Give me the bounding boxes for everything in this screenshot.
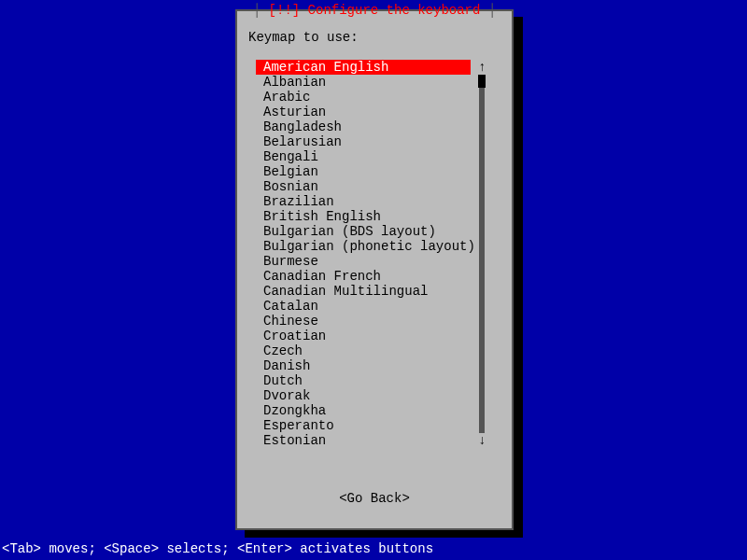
keymap-option[interactable]: Danish <box>256 358 497 373</box>
keymap-option[interactable]: Czech <box>256 343 497 358</box>
keymap-option[interactable]: Albanian <box>256 75 497 90</box>
keymap-option[interactable]: Esperanto <box>256 418 497 433</box>
configure-keyboard-dialog: ┤ [!!] Configure the keyboard ├ Keymap t… <box>235 9 514 530</box>
keymap-option[interactable]: Bulgarian (BDS layout) <box>256 224 497 239</box>
title-text: Configure the keyboard <box>300 3 480 18</box>
dialog-title: ┤ [!!] Configure the keyboard ├ <box>237 3 512 18</box>
keymap-option[interactable]: Chinese <box>256 314 497 329</box>
keymap-option[interactable]: American English <box>256 60 471 75</box>
keymap-option[interactable]: Bosnian <box>256 179 497 194</box>
keymap-option[interactable]: Burmese <box>256 254 497 269</box>
scroll-up-icon[interactable]: ↑ <box>478 60 487 75</box>
keymap-option[interactable]: Brazilian <box>256 194 497 209</box>
scrollbar[interactable]: ↑ ↓ <box>478 60 487 448</box>
title-prefix: ┤ <box>253 3 269 18</box>
keymap-option[interactable]: Bangladesh <box>256 119 497 134</box>
keymap-option[interactable]: Dvorak <box>256 388 497 403</box>
key-hint: <Tab> moves; <Space> selects; <Enter> ac… <box>0 541 433 556</box>
keymap-option[interactable]: Bulgarian (phonetic layout) <box>256 239 497 254</box>
keymap-option[interactable]: Asturian <box>256 105 497 119</box>
keymap-option[interactable]: Canadian Multilingual <box>256 284 497 299</box>
keymap-option[interactable]: Dutch <box>256 373 497 388</box>
title-marker: [!!] <box>269 3 301 18</box>
keymap-option[interactable]: Belgian <box>256 164 497 179</box>
title-suffix: ├ <box>480 3 496 18</box>
keymap-listbox[interactable]: American EnglishAlbanianArabicAsturianBa… <box>256 60 497 448</box>
go-back-button[interactable]: <Go Back> <box>237 491 512 506</box>
keymap-option[interactable]: British English <box>256 209 497 224</box>
keymap-option[interactable]: Estonian <box>256 433 497 448</box>
keymap-option[interactable]: Arabic <box>256 90 497 105</box>
keymap-option[interactable]: Belarusian <box>256 134 497 149</box>
keymap-option[interactable]: Croatian <box>256 329 497 343</box>
keymap-option[interactable]: Bengali <box>256 149 497 164</box>
scroll-track[interactable] <box>479 75 485 433</box>
keymap-option[interactable]: Dzongkha <box>256 403 497 418</box>
scroll-down-icon[interactable]: ↓ <box>478 433 486 448</box>
keymap-option[interactable]: Catalan <box>256 299 497 314</box>
prompt-label: Keymap to use: <box>248 30 359 45</box>
keymap-option[interactable]: Canadian French <box>256 269 497 284</box>
scroll-thumb[interactable] <box>478 75 486 88</box>
